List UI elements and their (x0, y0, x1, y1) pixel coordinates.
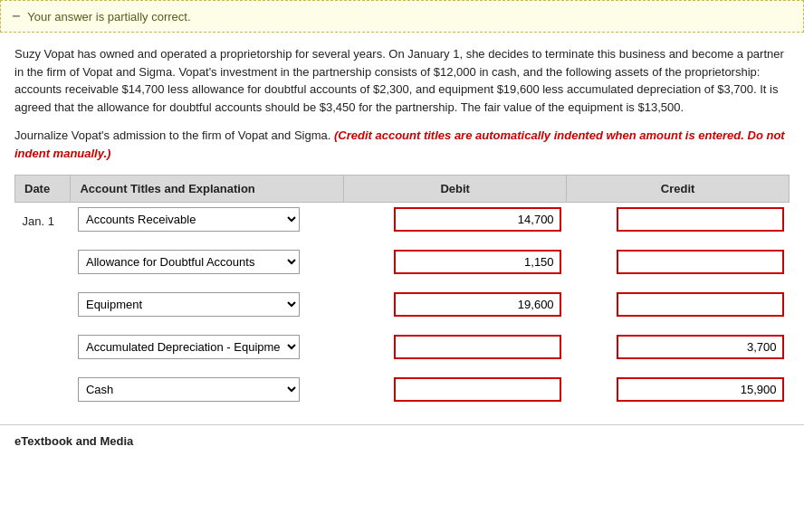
header-debit: Debit (344, 176, 567, 203)
debit-input[interactable] (394, 207, 561, 232)
debit-cell (344, 203, 567, 237)
instruction-text: Journalize Vopat's admission to the firm… (14, 127, 790, 162)
account-title-cell: Accounts Receivable (71, 203, 344, 237)
debit-input[interactable] (394, 335, 561, 359)
partial-correct-banner: − Your answer is partially correct. (0, 0, 804, 33)
table-header-row: Date Account Titles and Explanation Debi… (15, 176, 790, 203)
banner-text: Your answer is partially correct. (27, 10, 190, 24)
date-cell: Jan. 1 (15, 203, 71, 237)
credit-cell (567, 245, 790, 279)
account-title-cell: Equipment (71, 288, 344, 321)
credit-input[interactable] (617, 335, 784, 359)
credit-input[interactable] (617, 292, 784, 317)
account-select[interactable]: Allowance for Doubtful Accounts (78, 250, 300, 274)
instruction-static: Journalize Vopat's admission to the firm… (14, 128, 330, 142)
date-cell (15, 330, 71, 364)
minus-icon: − (12, 8, 20, 24)
account-title-cell: Cash (71, 373, 344, 406)
table-row: Accumulated Depreciation - Equipment (15, 330, 790, 364)
row-spacer (15, 321, 790, 330)
credit-cell (567, 373, 790, 406)
credit-cell (567, 330, 790, 364)
table-row: Cash (15, 373, 790, 406)
debit-cell (344, 245, 567, 279)
account-select[interactable]: Equipment (78, 292, 300, 317)
credit-cell (567, 203, 790, 237)
credit-input[interactable] (617, 377, 784, 402)
account-select[interactable]: Accounts Receivable (78, 207, 300, 232)
account-title-cell: Allowance for Doubtful Accounts (71, 245, 344, 279)
row-spacer (15, 279, 790, 288)
debit-input[interactable] (394, 292, 561, 317)
row-spacer (15, 236, 790, 245)
journal-table: Date Account Titles and Explanation Debi… (14, 175, 790, 406)
debit-cell (344, 330, 567, 364)
problem-text: Suzy Vopat has owned and operated a prop… (14, 45, 790, 116)
credit-input[interactable] (617, 207, 784, 232)
debit-cell (344, 288, 567, 321)
row-spacer (15, 364, 790, 373)
etextbook-section: eTextbook and Media (0, 424, 804, 453)
debit-input[interactable] (394, 377, 561, 402)
header-account: Account Titles and Explanation (71, 176, 344, 203)
content-area: Suzy Vopat has owned and operated a prop… (0, 33, 804, 424)
table-row: Allowance for Doubtful Accounts (15, 245, 790, 279)
date-cell (15, 373, 71, 406)
table-row: Equipment (15, 288, 790, 321)
credit-input[interactable] (617, 250, 784, 274)
date-cell (15, 288, 71, 321)
account-select[interactable]: Accumulated Depreciation - Equipment (78, 335, 300, 359)
etextbook-label: eTextbook and Media (14, 434, 133, 448)
account-title-cell: Accumulated Depreciation - Equipment (71, 330, 344, 364)
date-cell (15, 245, 71, 279)
table-row: Jan. 1Accounts Receivable (15, 203, 790, 237)
debit-input[interactable] (394, 250, 561, 274)
debit-cell (344, 373, 567, 406)
credit-cell (567, 288, 790, 321)
header-credit: Credit (567, 176, 790, 203)
account-select[interactable]: Cash (78, 377, 300, 402)
header-date: Date (15, 176, 71, 203)
